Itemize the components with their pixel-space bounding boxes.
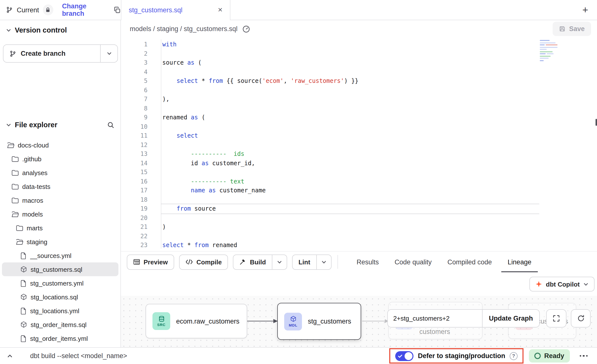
status-bar: dbt build --select <model_name> Defer to…	[0, 347, 597, 364]
lint-button[interactable]: Lint	[292, 254, 332, 270]
cube-icon	[290, 315, 296, 322]
update-graph-button[interactable]: Update Graph	[483, 309, 540, 328]
code-line-1[interactable]: with	[162, 40, 539, 49]
lineage-edge-faded	[362, 318, 390, 325]
tab-code-quality[interactable]: Code quality	[395, 252, 432, 272]
code-line-2[interactable]	[162, 49, 539, 58]
create-branch-button[interactable]: Create branch	[3, 44, 118, 63]
preview-button[interactable]: Preview	[127, 254, 174, 270]
code-editor[interactable]: 1234567891011121314151617181920212223 wi…	[121, 38, 597, 251]
file-item--sources-yml[interactable]: __sources.yml	[2, 249, 118, 262]
tab-compiled-code[interactable]: Compiled code	[448, 252, 492, 272]
file-item-stg-locations-yml[interactable]: stg_locations.yml	[2, 304, 118, 318]
save-button[interactable]: Save	[553, 22, 591, 36]
file-item-marts[interactable]: marts	[2, 221, 118, 235]
chevron-up-icon[interactable]	[7, 353, 13, 359]
ready-label: Ready	[544, 352, 564, 360]
lineage-selector-input[interactable]	[387, 309, 483, 328]
code-line-23[interactable]: select * from renamed	[162, 241, 539, 250]
build-button[interactable]: Build	[233, 254, 287, 270]
code-line-20[interactable]	[162, 213, 539, 222]
dbt-copilot-button[interactable]: dbt Copilot	[530, 277, 595, 291]
code-line-5[interactable]: select * from {{ source('ecom', 'raw_cus…	[162, 76, 539, 86]
help-icon[interactable]: ?	[510, 352, 518, 360]
git-branch-icon	[6, 6, 13, 13]
code-line-21[interactable]: )	[162, 222, 539, 232]
file-item-stg-order-items-yml[interactable]: stg_order_items.yml	[2, 331, 118, 345]
file-item-staging[interactable]: staging	[2, 235, 118, 249]
defer-highlight-box: Defer to staging/production ?	[389, 348, 523, 364]
toggle-knob	[405, 352, 412, 360]
preview-label: Preview	[144, 258, 168, 266]
file-icon	[20, 335, 27, 342]
folder-icon	[11, 156, 19, 162]
file-item-data-tests[interactable]: data-tests	[2, 180, 118, 193]
compile-button[interactable]: Compile	[179, 254, 228, 270]
new-tab-button[interactable]: +	[580, 4, 590, 16]
refresh-button[interactable]	[571, 309, 591, 328]
gauge-icon[interactable]	[243, 25, 250, 33]
dbt-cloud-ide: Current Change branch stg_customers.sql …	[0, 0, 597, 364]
file-label: .github	[22, 155, 41, 163]
code-line-13[interactable]: ---------- ids	[162, 149, 539, 159]
lineage-canvas[interactable]: MDL customers SEM customers	[121, 296, 597, 347]
code-line-10[interactable]	[162, 122, 539, 131]
fullscreen-button[interactable]	[546, 309, 566, 328]
tab-lineage[interactable]: Lineage	[508, 252, 531, 272]
code-line-15[interactable]	[162, 168, 539, 177]
search-icon[interactable]	[107, 121, 114, 128]
code-line-4[interactable]	[162, 67, 539, 76]
file-item-models[interactable]: models	[2, 207, 118, 221]
change-branch-link[interactable]: Change branch	[62, 2, 108, 17]
code-line-9[interactable]: renamed as (	[162, 113, 539, 122]
file-item-stg-customers-sql[interactable]: stg_customers.sql	[2, 262, 118, 276]
code-line-12[interactable]	[162, 140, 539, 149]
build-dropdown[interactable]	[272, 255, 287, 269]
ready-ring-icon	[534, 353, 541, 359]
file-item--github[interactable]: .github	[2, 152, 118, 166]
code-line-17[interactable]: name as customer_name	[162, 186, 539, 195]
file-item-stg-customers-yml[interactable]: stg_customers.yml	[2, 276, 118, 290]
code-line-6[interactable]	[162, 86, 539, 95]
create-branch-main[interactable]: Create branch	[3, 45, 100, 62]
lineage-node-stg-customers[interactable]: MDL stg_customers	[277, 303, 361, 340]
file-icon	[20, 307, 27, 314]
file-label: staging	[27, 238, 47, 245]
code-line-7[interactable]: ),	[162, 95, 539, 104]
lint-dropdown[interactable]	[316, 255, 331, 269]
editor-pane: models / staging / stg_customers.sql Sav…	[121, 20, 597, 347]
editor-scrollbar[interactable]	[596, 119, 597, 126]
tab-results[interactable]: Results	[357, 252, 379, 272]
copy-icon[interactable]	[113, 6, 121, 14]
defer-toggle[interactable]	[395, 351, 413, 361]
code-line-11[interactable]: select	[162, 131, 539, 140]
file-item-analyses[interactable]: analyses	[2, 166, 118, 180]
tab-bar-empty-space	[230, 0, 580, 20]
code-line-19[interactable]: from source	[161, 204, 539, 214]
create-branch-label: Create branch	[21, 50, 66, 57]
code-line-3[interactable]: source as (	[162, 58, 539, 67]
create-branch-dropdown[interactable]	[100, 45, 117, 62]
lint-label: Lint	[298, 258, 310, 266]
tab-close-icon[interactable]: ×	[218, 6, 223, 14]
code-line-8[interactable]	[162, 104, 539, 113]
file-item-stg-order-items-sql[interactable]: stg_order_items.sql	[2, 318, 118, 331]
more-options-button[interactable]	[575, 348, 592, 364]
file-item-stg-locations-sql[interactable]: stg_locations.sql	[2, 290, 118, 304]
result-tabs: ResultsCode qualityCompiled codeLineage	[357, 252, 531, 272]
folder-icon	[11, 197, 19, 203]
code-line-16[interactable]: ---------- text	[162, 177, 539, 186]
file-item-macros[interactable]: macros	[2, 193, 118, 207]
badge-label: SRC	[157, 322, 166, 327]
version-control-header[interactable]: Version control	[6, 26, 114, 34]
file-explorer-header[interactable]: File explorer	[6, 121, 114, 129]
code-line-22[interactable]	[162, 232, 539, 241]
model-icon	[20, 293, 27, 301]
code-line-18[interactable]	[162, 195, 539, 204]
save-label: Save	[569, 25, 585, 33]
lineage-node-source[interactable]: SRC ecom.raw_customers	[146, 304, 247, 338]
minimap[interactable]	[540, 40, 571, 61]
code-line-14[interactable]: id as customer_id,	[162, 159, 539, 168]
editor-tab-stg-customers-sql[interactable]: stg_customers.sql ×	[121, 0, 230, 20]
file-item-docs-cloud[interactable]: docs-cloud	[2, 138, 118, 152]
